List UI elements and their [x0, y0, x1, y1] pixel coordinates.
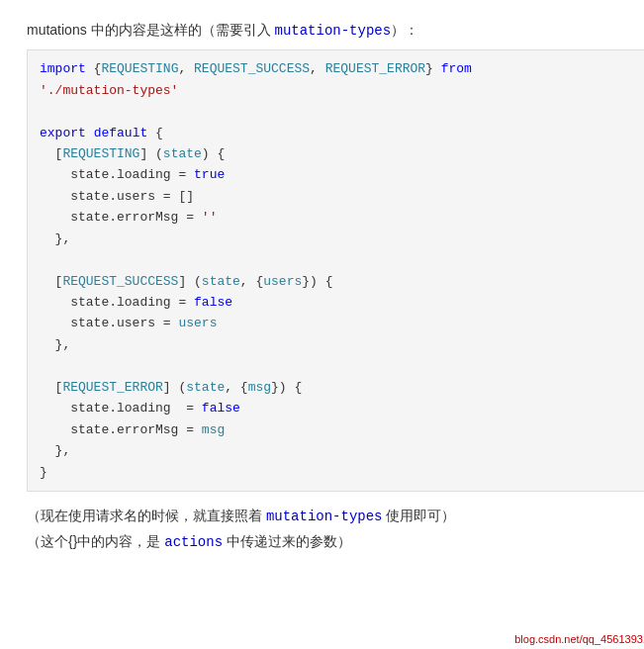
watermark: blog.csdn.net/qq_45613931 [514, 631, 644, 649]
footer-code2: actions [164, 534, 223, 550]
footer-line1: （现在使用请求名的时候，就直接照着 mutation-types 使用即可） [27, 504, 644, 529]
intro-inline-code: mutation-types [274, 23, 391, 39]
page-wrapper: mutations 中的内容是这样的（需要引入 mutation-types）：… [15, 10, 644, 649]
footer-text: （现在使用请求名的时候，就直接照着 mutation-types 使用即可） （… [27, 504, 644, 555]
intro-label: mutations 中的内容是这样的（需要引入 [27, 22, 274, 38]
intro-text: mutations 中的内容是这样的（需要引入 mutation-types）： [27, 18, 644, 44]
intro-label-end: ）： [391, 22, 418, 38]
code-line-import: import {REQUESTING, REQUEST_SUCCESS, REQ… [40, 61, 472, 479]
footer-code1: mutation-types [266, 509, 383, 524]
footer-line2: （这个{}中的内容，是 actions 中传递过来的参数） [27, 529, 644, 555]
code-block: import {REQUESTING, REQUEST_SUCCESS, REQ… [27, 49, 644, 492]
